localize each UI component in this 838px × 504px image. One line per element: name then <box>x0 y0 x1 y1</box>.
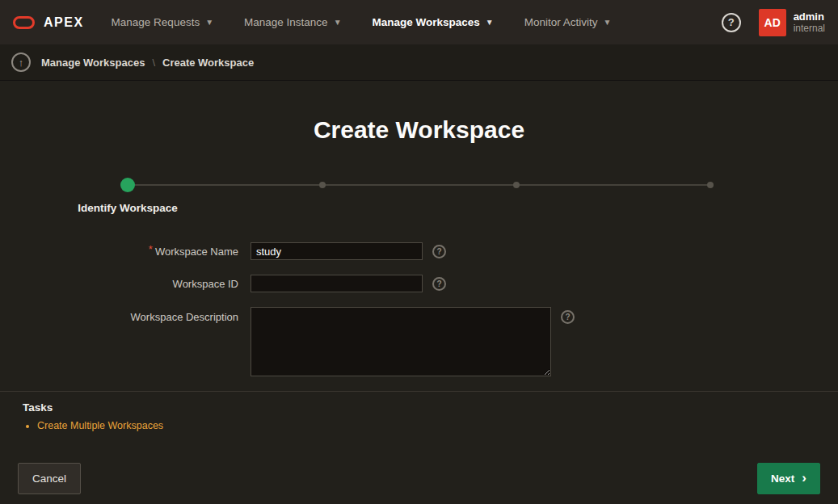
app-header: APEX Manage Requests ▼ Manage Instance ▼… <box>0 0 838 44</box>
tasks-list: Create Multiple Workspaces <box>23 420 815 431</box>
nav-item-label: Manage Workspaces <box>373 16 480 28</box>
nav-item-label: Manage Instance <box>244 16 328 28</box>
label-text: Workspace Description <box>131 311 238 323</box>
user-block: admin internal <box>794 10 825 35</box>
workspace-description-textarea[interactable] <box>251 307 551 376</box>
breadcrumb-separator: \ <box>152 57 155 69</box>
user-name: admin <box>794 10 825 23</box>
chevron-down-icon: ▼ <box>334 19 342 27</box>
form-row-workspace-description: Workspace Description ? <box>0 307 838 376</box>
wizard-line <box>128 184 711 186</box>
chevron-down-icon: ▼ <box>205 19 213 27</box>
help-button[interactable]: ? <box>722 13 741 32</box>
cancel-button[interactable]: Cancel <box>18 463 81 494</box>
workspace-name-label: *Workspace Name <box>0 246 251 258</box>
page-title: Create Workspace <box>0 81 838 144</box>
nav-item-manage-workspaces[interactable]: Manage Workspaces ▼ <box>373 16 494 28</box>
oracle-logo-icon <box>13 16 35 29</box>
chevron-down-icon: ▼ <box>604 19 612 27</box>
form-row-workspace-id: Workspace ID ? <box>0 275 838 292</box>
question-icon: ? <box>728 16 735 28</box>
main-content: Create Workspace Identify Workspace *Wor… <box>0 81 838 504</box>
label-text: Workspace Name <box>155 246 238 258</box>
nav-item-label: Manage Requests <box>112 16 200 28</box>
nav-item-label: Monitor Activity <box>524 16 598 28</box>
form-row-workspace-name: *Workspace Name ? <box>0 242 838 260</box>
wizard-step-2 <box>319 182 326 188</box>
label-text: Workspace ID <box>173 278 238 290</box>
required-marker: * <box>149 243 153 255</box>
workspace-name-input[interactable] <box>251 242 423 260</box>
up-arrow-button[interactable]: ↑ <box>11 52 31 72</box>
next-button[interactable]: Next › <box>757 463 820 494</box>
create-multiple-workspaces-link[interactable]: Create Multiple Workspaces <box>37 420 163 431</box>
wizard-step-label: Identify Workspace <box>78 202 178 214</box>
wizard-step-4 <box>707 182 714 188</box>
workspace-name-help-icon[interactable]: ? <box>432 245 446 258</box>
chevron-down-icon: ▼ <box>486 19 494 27</box>
user-subtitle: internal <box>794 23 825 34</box>
avatar[interactable]: AD <box>759 9 786 36</box>
workspace-description-label: Workspace Description <box>0 307 251 323</box>
nav-item-monitor-activity[interactable]: Monitor Activity ▼ <box>524 16 612 28</box>
top-nav: Manage Requests ▼ Manage Instance ▼ Mana… <box>112 16 612 28</box>
wizard-step-1-current <box>120 178 135 192</box>
header-right: ? AD admin internal <box>722 9 825 36</box>
wizard-footer: Cancel Next › <box>0 452 838 504</box>
tasks-title: Tasks <box>23 401 815 414</box>
workspace-id-label: Workspace ID <box>0 278 251 290</box>
wizard-step-3 <box>513 182 520 188</box>
workspace-id-help-icon[interactable]: ? <box>432 277 446 291</box>
workspace-description-help-icon[interactable]: ? <box>561 310 575 324</box>
workspace-id-input[interactable] <box>251 275 423 292</box>
nav-item-manage-requests[interactable]: Manage Requests ▼ <box>112 16 213 28</box>
question-icon: ? <box>565 313 570 321</box>
brand-apex: APEX <box>44 15 84 30</box>
breadcrumb-bar: ↑ Manage Workspaces \ Create Workspace <box>0 44 838 81</box>
tasks-region: Tasks Create Multiple Workspaces <box>0 391 838 436</box>
tasks-list-item: Create Multiple Workspaces <box>37 420 815 431</box>
create-workspace-form: *Workspace Name ? Workspace ID ? Workspa… <box>0 242 838 376</box>
question-icon: ? <box>436 279 441 288</box>
breadcrumb-manage-workspaces[interactable]: Manage Workspaces <box>41 57 145 69</box>
question-icon: ? <box>436 247 441 256</box>
wizard-progress: Identify Workspace <box>0 173 838 225</box>
nav-item-manage-instance[interactable]: Manage Instance ▼ <box>244 16 341 28</box>
next-button-label: Next <box>771 472 794 485</box>
breadcrumb-current: Create Workspace <box>162 57 254 69</box>
arrow-up-icon: ↑ <box>19 57 24 69</box>
